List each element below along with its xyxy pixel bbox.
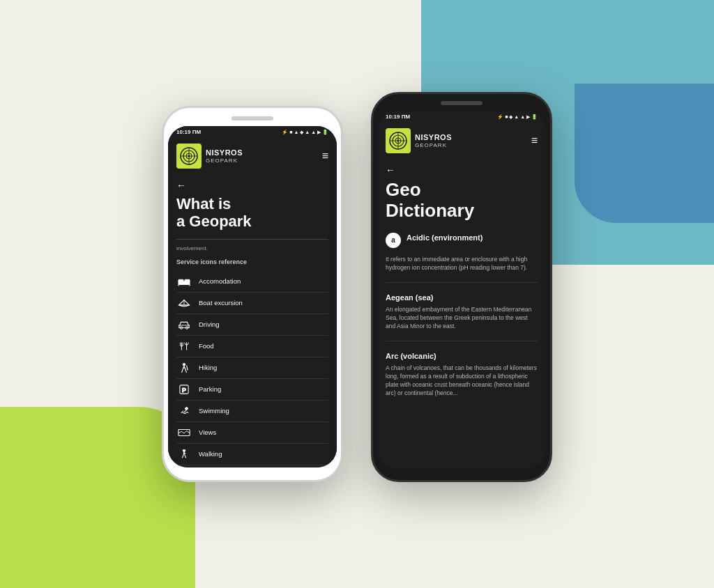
phone2-content: ← Geo Dictionary a Acidic (environment) … xyxy=(377,159,546,469)
phone2-hamburger-icon[interactable]: ≡ xyxy=(531,134,538,147)
phone2-logo-text: NISYROS GEOPARK xyxy=(415,133,452,149)
dict-entry-acidic: a Acidic (environment) It refers to an i… xyxy=(386,233,538,283)
phone1-app-sub: GEOPARK xyxy=(206,157,243,164)
phone2-logo-area: NISYROS GEOPARK xyxy=(386,128,452,153)
phone2-app-header: NISYROS GEOPARK ≡ xyxy=(377,123,546,159)
boat-icon xyxy=(176,297,192,309)
service-label-parking: Parking xyxy=(199,385,221,393)
phone2-status-bar: 10:19 ПМ ⚡ ■ ◆ ▲ ▲ ▶ 🔋 xyxy=(377,111,546,123)
service-label-food: Food xyxy=(199,342,214,350)
bed-icon xyxy=(176,276,192,287)
food-icon xyxy=(176,341,192,352)
phone1-status-icons: ⚡ ■ ▲ ◆ ▲ ▲ ▶ 🔋 xyxy=(282,130,328,135)
service-label-swimming: Swimming xyxy=(199,407,229,415)
dict-entry-acidic-def: It refers to an immediate area or enclos… xyxy=(386,256,538,272)
phone1-content: ← What is a Geopark involvement. Service… xyxy=(168,174,337,467)
service-item-hiking: Hiking xyxy=(176,357,328,379)
phones-container: 10:19 ПМ ⚡ ■ ▲ ◆ ▲ ▲ ▶ 🔋 xyxy=(0,0,714,588)
svg-rect-7 xyxy=(178,279,183,282)
phone1-app-name: NISYROS xyxy=(206,148,243,157)
phone2-page-title: Geo Dictionary xyxy=(386,180,538,222)
phone1-section-label: Service icons reference xyxy=(176,258,328,265)
hike-icon xyxy=(176,362,192,373)
service-item-boat: Boat excursion xyxy=(176,293,328,314)
phone2-back-arrow[interactable]: ← xyxy=(386,164,538,176)
phone1-page-title: What is a Geopark xyxy=(176,195,328,231)
dict-entry-acidic-term: Acidic (environment) xyxy=(407,233,483,242)
service-label-walking: Walking xyxy=(199,450,222,458)
svg-rect-25 xyxy=(178,429,190,435)
service-item-parking: P Parking xyxy=(176,379,328,401)
phone2-speaker xyxy=(441,101,483,105)
phone1-divider xyxy=(176,239,328,240)
dict-entry-acidic-header: a Acidic (environment) xyxy=(386,233,538,252)
dict-entry-arc: Arc (volcanic) A chain of volcanoes, tha… xyxy=(386,351,538,408)
svg-line-24 xyxy=(182,410,183,412)
phone2-logo-icon xyxy=(386,128,411,153)
service-item-swimming: Swimming xyxy=(176,401,328,422)
svg-rect-8 xyxy=(185,279,190,282)
phone1-hamburger-icon[interactable]: ≡ xyxy=(322,150,328,162)
phone1-speaker xyxy=(231,116,273,121)
svg-point-26 xyxy=(183,449,185,452)
service-item-driving: Driving xyxy=(176,314,328,336)
phone1-intro-text: involvement. xyxy=(176,245,328,252)
car-icon xyxy=(176,319,192,330)
service-item-views: Views xyxy=(176,422,328,444)
phone2-app-sub: GEOPARK xyxy=(415,142,452,149)
phone-1: 10:19 ПМ ⚡ ■ ▲ ◆ ▲ ▲ ▶ 🔋 xyxy=(162,106,343,482)
phone1-screen: 10:19 ПМ ⚡ ■ ▲ ◆ ▲ ▲ ▶ 🔋 xyxy=(168,126,337,467)
dict-entry-aegean-term: Aegean (sea) xyxy=(386,293,538,302)
phone2-status-time: 10:19 ПМ xyxy=(386,114,410,120)
phone1-app-header: NISYROS GEOPARK ≡ xyxy=(168,138,337,174)
dict-entry-arc-def: A chain of volcanoes, that can be thousa… xyxy=(386,364,538,398)
service-label-boat: Boat excursion xyxy=(199,299,243,307)
phone-2: 10:19 ПМ ⚡ ■ ◆ ▲ ▲ ▶ 🔋 xyxy=(371,92,552,482)
svg-line-20 xyxy=(187,365,188,370)
svg-text:P: P xyxy=(182,386,186,393)
service-label-views: Views xyxy=(199,428,216,436)
service-item-walking: Walking xyxy=(176,444,328,465)
phone1-status-bar: 10:19 ПМ ⚡ ■ ▲ ◆ ▲ ▲ ▶ 🔋 xyxy=(168,126,337,138)
parking-icon: P xyxy=(176,384,192,395)
service-item-accommodation: Accomodation xyxy=(176,271,328,293)
phone2-screen: 10:19 ПМ ⚡ ■ ◆ ▲ ▲ ▶ 🔋 xyxy=(377,111,546,469)
dict-entry-acidic-letter: a xyxy=(386,233,401,248)
phone2-status-icons: ⚡ ■ ◆ ▲ ▲ ▶ 🔋 xyxy=(497,114,538,120)
dict-entry-arc-term: Arc (volcanic) xyxy=(386,351,538,361)
service-item-food: Food xyxy=(176,336,328,357)
phone1-logo-area: NISYROS GEOPARK xyxy=(176,144,243,169)
walk-icon xyxy=(176,449,192,460)
phone1-logo-icon xyxy=(176,144,202,169)
views-icon xyxy=(176,427,192,438)
service-label-driving: Driving xyxy=(199,320,220,328)
phone1-status-time: 10:19 ПМ xyxy=(176,129,201,135)
phone1-logo-text: NISYROS GEOPARK xyxy=(206,148,243,164)
dict-entry-aegean-def: An elongated embayment of the Eastern Me… xyxy=(386,306,538,331)
svg-point-19 xyxy=(183,363,185,366)
service-label-accommodation: Accomodation xyxy=(199,277,241,285)
swim-icon xyxy=(176,405,192,417)
phone2-app-name: NISYROS xyxy=(415,133,452,142)
phone1-back-arrow[interactable]: ← xyxy=(176,180,328,191)
dict-entry-aegean: Aegean (sea) An elongated embayment of t… xyxy=(386,293,538,341)
service-label-hiking: Hiking xyxy=(199,364,217,371)
